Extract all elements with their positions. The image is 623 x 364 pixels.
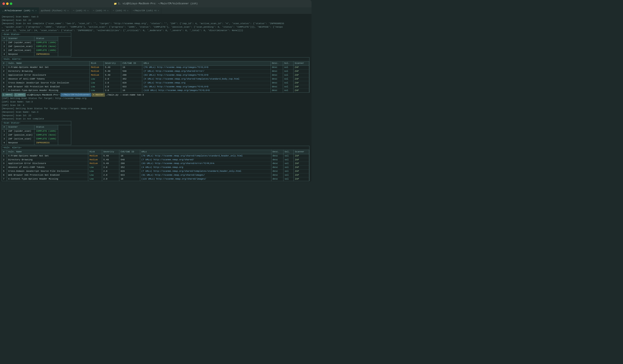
scan-table-2: # Scanner Status 1 ZAP (spider_scan) COM… — [2, 125, 58, 145]
tab-shortcut-2: ⌘3 — [84, 9, 86, 12]
table-row: 4 Absence of Anti-CSRF Tokens Low 2.0 35… — [2, 77, 309, 81]
tabs-bar: ..M/VulnScanner (zsh) ⌘1 ✕ python3 (Pyth… — [0, 7, 312, 14]
vuln-alerts-table-2: ─Vuln. Alerts─ # Vuln. Name Risk Severit… — [2, 146, 310, 181]
tab-shortcut-1: ⌘2 — [64, 9, 66, 12]
prompt-branch-1: ✦ master — [92, 93, 105, 97]
titlebar: 📁 1. viz@Vizays-MacBook-Pro: ~/Main/CM/V… — [0, 0, 312, 7]
table-row: 3 ZAP (active_scan) COMPLETE (100%) — [2, 137, 58, 141]
vuln-table-1: # Vuln. Name Risk Severity CVE/CWE ID UR… — [2, 61, 309, 93]
vuln-alerts-table-1: ─Vuln. Alerts─ # Vuln. Name Risk Severit… — [2, 57, 310, 93]
prompt-arrow-1: ➜ — [58, 93, 60, 97]
folder-icon: 📁 — [114, 2, 117, 5]
scan-table-1: # Scanner Status 1 ZAP (spider_scan) COM… — [2, 37, 58, 56]
tab-5[interactable]: ~/Main/CM (zsh) ⌘6 ✕ — [131, 7, 161, 14]
table-row: 4 Nexpose INPROGRESS — [2, 53, 58, 56]
table-row: 1 ZAP (spider_scan) COMPLETE (100%) — [2, 129, 58, 133]
table-row: 2 ZAP (passive_scan) COMPLETE (None) — [2, 45, 58, 49]
scan-status-title-2: ─Scan Status─ — [2, 121, 71, 125]
prompt-venv2-1: (.venv) — [14, 93, 26, 97]
nexpose-scan-name-2: [Nexpose] Scan Name: two-3 — [2, 110, 310, 114]
table-row: 1 X-Frame-Options Header Not Set Medium … — [2, 65, 309, 69]
zap-getting-scan-1: [ZAP] Getting Scan Status for Target: ht… — [2, 97, 310, 100]
tab-close-5[interactable]: ✕ — [158, 9, 159, 12]
zap-scan-id-1: [ZAP] Scan Id: 4 — [2, 104, 310, 107]
tab-label-2: ~ (zsh) — [73, 9, 82, 12]
table-row: 2 Directory Browsing Medium 5.49 548 (7 … — [2, 158, 309, 162]
prompt-cmd-1: ./main.py --scan-name two-3 — [106, 93, 144, 97]
table-row: 3 ZAP (active_scan) COMPLETE (100%) — [2, 49, 58, 53]
col-scanner-1: Scanner — [6, 37, 34, 41]
prompt-venv1-1: (.venv) — [2, 93, 14, 97]
tab-close-3[interactable]: ✕ — [107, 9, 109, 12]
minimize-button[interactable] — [6, 2, 9, 5]
tab-shortcut-5: ⌘6 — [154, 9, 156, 12]
close-button[interactable] — [2, 2, 5, 5]
tab-0[interactable]: ..M/VulnScanner (zsh) ⌘1 ✕ — [0, 7, 39, 14]
vuln-table-2: # Vuln. Name Risk Severity CVE/CWE ID UR… — [2, 150, 309, 181]
window-title: 📁 1. viz@Vizays-MacBook-Pro: ~/Main/CM/V… — [114, 2, 198, 5]
tab-4[interactable]: ~ (zsh) ⌘5 ✕ — [111, 7, 131, 14]
table-row: 7 X-Content-Type-Options Header Missing … — [2, 177, 309, 181]
tab-label-4: ~ (zsh) — [113, 9, 122, 12]
tab-close-4[interactable]: ✕ — [127, 9, 128, 12]
vuln-title-2: ─Vuln. Alerts─ — [2, 146, 309, 150]
col-status-1: Status — [34, 37, 58, 41]
tab-label-5: ~/Main/CM (zsh) — [133, 9, 153, 12]
tab-1[interactable]: python3 (Python) ⌘2 ✕ — [39, 7, 71, 14]
prompt-path-1: ~/Main/CM/VulnScanner — [60, 93, 91, 97]
tab-2[interactable]: ~ (zsh) ⌘3 ✕ — [71, 7, 91, 14]
tab-close-1[interactable]: ✕ — [67, 9, 68, 12]
nexpose-scan-incomplete-2: [Nexpose] Scan is not complete — [2, 117, 310, 121]
table-row: 4 Absence of Anti-CSRF Tokens Low 2.0 35… — [2, 166, 309, 169]
tab-close-2[interactable]: ✕ — [87, 9, 89, 12]
nexpose-getting-scan-2: [Nexpose] Getting Scan Status for Target… — [2, 107, 310, 110]
nexpose-scan-incomplete-1: [Nexpose] Scan is not complete {'scan_na… — [2, 22, 310, 32]
prompt-1: (.venv) (.venv) viz@Vizays-MacBook-Pro ➜… — [2, 93, 310, 97]
tab-label-0: ..M/VulnScanner (zsh) — [2, 9, 30, 12]
traffic-lights — [2, 2, 12, 5]
prompt-user-1: viz@Vizays-MacBook-Pro — [27, 93, 58, 97]
table-row: 2 ZAP (passive_scan) COMPLETE (None) — [2, 133, 58, 137]
scan-status-table-1: ─Scan Status─ # Scanner Status 1 ZAP (sp… — [2, 33, 71, 57]
table-row: 4 Nexpose INPROGRESS — [2, 141, 58, 144]
tab-shortcut-4: ⌘5 — [123, 9, 126, 12]
tab-label-1: python3 (Python) — [41, 9, 63, 12]
vuln-title-1: ─Vuln. Alerts─ — [2, 58, 309, 61]
tab-shortcut-3: ⌘4 — [104, 9, 106, 12]
table-row: 1 X-Frame-Options Header Not Set Medium … — [2, 154, 309, 158]
tab-label-3: ~ (zsh) — [93, 9, 102, 12]
table-row: 6 Web Browser XSS Protection Not Enabled… — [2, 173, 309, 177]
terminal-body[interactable]: [Nexpose] Scan Name: two-3 [Nexpose] Sca… — [0, 14, 312, 182]
nexpose-scan-id-2: [Nexpose] Scan Id: 22 — [2, 114, 310, 117]
tab-close-0[interactable]: ✕ — [35, 9, 37, 12]
table-row: 7 X-Content-Type-Options Header Missing … — [2, 89, 309, 92]
table-row: 3 Application Error Disclosure Medium 5.… — [2, 73, 309, 77]
terminal-window: 📁 1. viz@Vizays-MacBook-Pro: ~/Main/CM/V… — [0, 0, 312, 182]
tab-shortcut-0: ⌘1 — [32, 9, 34, 12]
tab-3[interactable]: ~ (zsh) ⌘4 ✕ — [91, 7, 111, 14]
table-row: 5 Cross-Domain JavaScript Source File In… — [2, 169, 309, 173]
maximize-button[interactable] — [10, 2, 12, 5]
nexpose-scan-id-1: [Nexpose] Scan Id: 22 — [2, 19, 310, 22]
scan-status-table-2: ─Scan Status─ # Scanner Status 1 ZAP (sp… — [2, 121, 71, 145]
table-row: 6 Web Browser XSS Protection Not Enabled… — [2, 85, 309, 89]
col-num-1: # — [2, 37, 6, 41]
table-row: 3 Application Error Disclosure Medium 5.… — [2, 162, 309, 166]
zap-scan-name-1: [ZAP] Scan Name: two-3 — [2, 100, 310, 104]
table-row: 5 Cross-Domain JavaScript Source File In… — [2, 81, 309, 85]
table-row: 1 ZAP (spider_scan) COMPLETE (100%) — [2, 41, 58, 45]
scan-status-title-1: ─Scan Status─ — [2, 33, 71, 37]
table-row: 2 Directory Browsing Medium 5.49 548 (7 … — [2, 69, 309, 73]
nexpose-scan-name-1: [Nexpose] Scan Name: two-3 — [2, 15, 310, 19]
